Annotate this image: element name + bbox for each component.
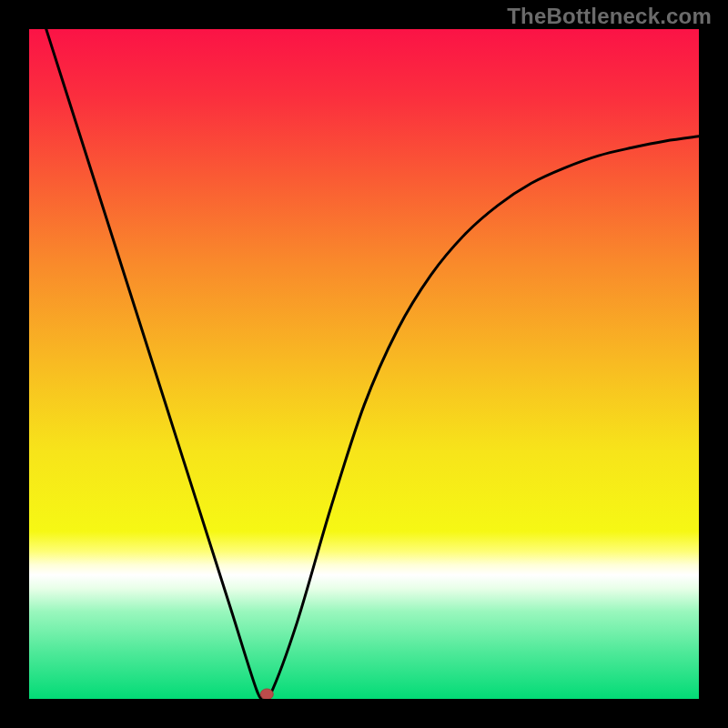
chart-frame: TheBottleneck.com — [0, 0, 728, 728]
plot-area — [29, 29, 699, 699]
gradient-background — [29, 29, 699, 699]
minimum-marker — [260, 689, 273, 699]
watermark-text: TheBottleneck.com — [507, 4, 712, 29]
plot-svg — [29, 29, 699, 699]
